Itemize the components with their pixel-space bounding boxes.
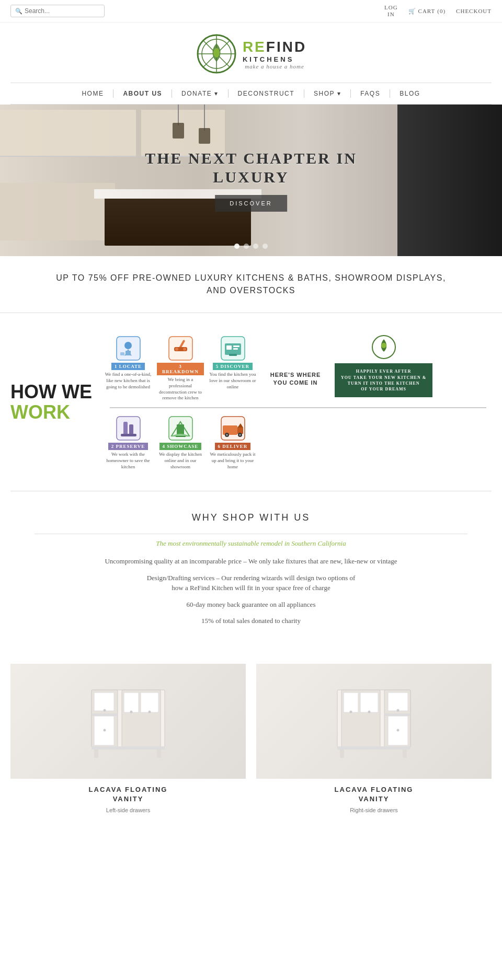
svg-rect-19 [233, 345, 239, 347]
svg-rect-65 [340, 750, 344, 758]
svg-rect-20 [233, 348, 238, 350]
svg-point-57 [397, 709, 400, 711]
hero-slider: THE NEXT CHAPTER IN LUXURY DISCOVER [0, 105, 502, 256]
svg-rect-26 [129, 424, 133, 435]
svg-rect-51 [157, 750, 161, 758]
happily-icon [371, 334, 397, 360]
slider-dot-3[interactable] [253, 244, 258, 249]
nav-home[interactable]: HOME [72, 90, 113, 97]
slider-dots [234, 244, 268, 249]
step-breakdown: 3 BREAKDOWN We bring in a professional d… [157, 334, 204, 401]
login-link[interactable]: LOG IN [384, 4, 398, 18]
step-4-badge: 4 SHOWCASE [159, 443, 202, 450]
main-nav: HOME ABOUT US DONATE ▾ DECONSTRUCT SHOP … [0, 83, 502, 104]
svg-rect-18 [226, 345, 232, 350]
why-shop-divider [35, 534, 467, 534]
product-vanity-2-svg [327, 679, 421, 763]
product-vanity-1-svg [81, 679, 175, 763]
logo-icon [196, 33, 237, 75]
step-1-badge: 1 LOCATE [111, 363, 145, 370]
step-6-badge: 6 DELIVER [215, 443, 251, 450]
happily-ever-after-box: HAPPILY EVER AFTER YOU TAKE YOUR NEW KIT… [335, 363, 432, 397]
why-shop-section: WHY SHOP WITH US The most environmentall… [0, 491, 502, 643]
svg-point-23 [381, 343, 386, 348]
here-comes-text: HERE'S WHERE YOU COME IN [270, 371, 321, 386]
products-section: LACAVA FLOATINGVANITY Left-side drawers [0, 643, 502, 824]
svg-point-15 [183, 348, 186, 351]
connector-line [110, 405, 486, 411]
product-desc-2: Right-side drawers [256, 807, 492, 813]
hero-overlay: THE NEXT CHAPTER IN LUXURY DISCOVER [145, 149, 357, 212]
step-showcase: 4 SHOWCASE We display the kitchen online… [157, 414, 204, 470]
svg-point-36 [239, 434, 241, 436]
slider-dot-4[interactable] [263, 244, 268, 249]
svg-rect-61 [360, 693, 378, 712]
svg-rect-40 [94, 693, 114, 711]
logo-sub: KITCHENS [243, 55, 306, 63]
svg-rect-46 [141, 693, 158, 712]
why-item-3: 60-day money back guarantee on all appli… [10, 599, 492, 610]
nav-shop[interactable]: SHOP ▾ [304, 90, 350, 97]
nav-deconstruct[interactable]: DECONSTRUCT [229, 90, 304, 97]
step-5-text: You find the kitchen you love in our sho… [209, 372, 256, 390]
hero-title: THE NEXT CHAPTER IN LUXURY [145, 149, 357, 187]
svg-rect-50 [94, 750, 98, 758]
svg-rect-49 [92, 746, 165, 750]
step-locate-icon [114, 334, 143, 363]
svg-rect-55 [388, 693, 408, 711]
step-3-text: We bring in a professional deconstructio… [157, 377, 204, 401]
slider-dot-2[interactable] [244, 244, 249, 249]
logo-container: REFIND KITCHENS make a house a home [196, 33, 306, 75]
svg-rect-9 [120, 352, 124, 355]
product-image-1 [10, 664, 246, 779]
step-breakdown-icon [166, 334, 195, 363]
logo-find: FIND [266, 39, 306, 55]
here-comes-area: HERE'S WHERE YOU COME IN [261, 334, 329, 386]
svg-point-47 [130, 710, 133, 713]
hero-right-dark [397, 105, 502, 256]
svg-rect-21 [229, 354, 237, 356]
how-title-text: HOW WE WORK [10, 382, 94, 423]
slider-dot-1[interactable] [234, 244, 239, 249]
step-2-badge: 2 PRESERVE [108, 443, 148, 450]
nav-donate[interactable]: DONATE ▾ [172, 90, 227, 97]
header-right: LOG IN 🛒 CART (0) CHECKOUT [384, 4, 492, 18]
hero-discover-button[interactable]: DISCOVER [215, 195, 287, 212]
svg-point-42 [104, 709, 106, 711]
step-showcase-icon [166, 414, 195, 443]
logo-text: REFIND KITCHENS make a house a home [243, 39, 306, 70]
svg-point-43 [104, 729, 106, 731]
search-icon: 🔍 [15, 8, 22, 15]
svg-rect-25 [123, 422, 128, 435]
checkout-link[interactable]: CHECKOUT [456, 8, 492, 14]
product-name-2: LACAVA FLOATINGVANITY [256, 785, 492, 804]
svg-rect-64 [337, 746, 410, 750]
how-we-work-section: HOW WE WORK 1 LOCATE We find a o [0, 313, 502, 491]
step-2-text: We work with the homeowner to save the k… [105, 452, 152, 470]
nav-faqs[interactable]: FAQS [351, 90, 390, 97]
how-we-work-title: HOW WE WORK [10, 382, 94, 423]
step-5-badge: 5 DISCOVER [213, 363, 253, 370]
product-card-2: LACAVA FLOATINGVANITY Right-side drawers [256, 664, 492, 813]
nav-blog[interactable]: BLOG [390, 90, 429, 97]
product-desc-1: Left-side drawers [10, 807, 246, 813]
why-item-1: Uncompromising quality at an incomparabl… [10, 556, 492, 567]
svg-rect-39 [92, 713, 118, 716]
step-4-text: We display the kitchen online and in our… [157, 452, 204, 470]
product-card-1: LACAVA FLOATINGVANITY Left-side drawers [10, 664, 246, 813]
cart-link[interactable]: 🛒 CART (0) [408, 8, 446, 15]
step-discover-icon [219, 334, 247, 363]
step-6-text: We meticulously pack it up and bring it … [209, 452, 256, 470]
svg-point-6 [213, 48, 220, 57]
product-image-2 [256, 664, 492, 779]
step-3-badge: 3 BREAKDOWN [157, 363, 204, 375]
promo-text: UP TO 75% OFF PRE-OWNED LUXURY KITCHENS … [0, 256, 502, 313]
svg-rect-32 [223, 425, 237, 435]
why-item-2: Design/Drafting services – Our rendering… [10, 573, 492, 593]
header-top: 🔍 LOG IN 🛒 CART (0) CHECKOUT [0, 0, 502, 22]
happily-area: HAPPILY EVER AFTER YOU TAKE YOUR NEW KIT… [335, 334, 432, 397]
svg-rect-45 [124, 693, 139, 712]
search-input[interactable] [25, 7, 98, 15]
nav-about-us[interactable]: ABOUT US [113, 90, 172, 97]
search-bar[interactable]: 🔍 [10, 5, 105, 17]
